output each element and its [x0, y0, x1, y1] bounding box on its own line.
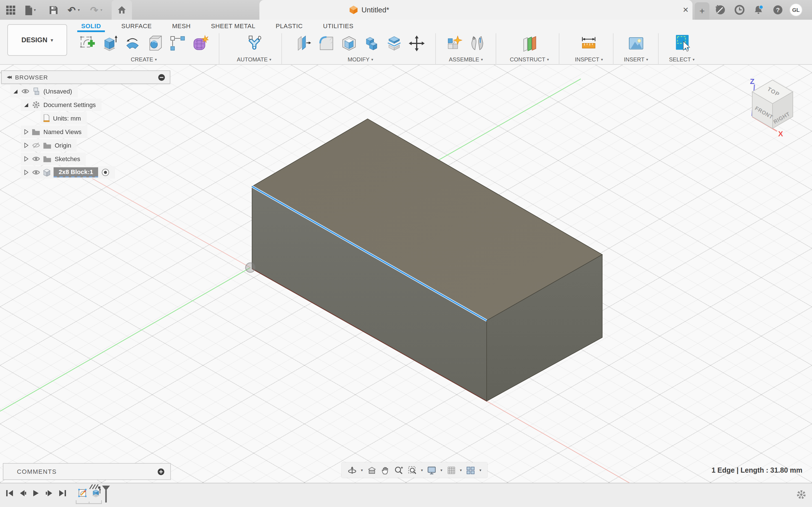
display-settings-caret[interactable]: ▾	[441, 468, 442, 472]
insert-group-label[interactable]: INSERT▾	[624, 56, 648, 62]
browser-item-origin[interactable]: Origin	[21, 139, 77, 152]
extensions-button[interactable]	[714, 3, 726, 16]
fillet-button[interactable]	[318, 34, 335, 53]
job-status-button[interactable]	[733, 3, 746, 16]
undo-caret[interactable]: ▾	[78, 8, 80, 12]
collapsed-arrow-icon[interactable]	[24, 170, 29, 175]
selected-body-label[interactable]: 2x8 Block:1	[54, 167, 98, 177]
timeline-sketch-feature[interactable]	[77, 487, 88, 499]
origin-marker[interactable]	[246, 263, 255, 272]
display-settings-icon[interactable]	[427, 466, 437, 474]
save-button[interactable]	[47, 4, 60, 16]
help-button[interactable]: ?	[771, 3, 784, 16]
visibility-eye-icon[interactable]	[32, 156, 40, 162]
browser-collapse-icon[interactable]: ◀◀	[7, 75, 11, 79]
browser-minimize-icon[interactable]	[157, 73, 166, 81]
grid-settings-caret[interactable]: ▾	[460, 468, 462, 472]
inspect-group-label[interactable]: INSPECT▾	[575, 56, 603, 62]
create-sketch-button[interactable]	[79, 34, 96, 53]
collapsed-arrow-icon[interactable]	[24, 143, 29, 148]
timeline-skip-start-button[interactable]	[4, 489, 15, 497]
browser-item-2x8-block[interactable]: 2x8 Block:1	[21, 166, 115, 179]
app-grid-button[interactable]	[4, 4, 17, 16]
expanded-arrow-icon[interactable]	[13, 89, 18, 94]
visibility-eye-icon[interactable]	[32, 170, 40, 175]
tab-sheet-metal[interactable]: SHEET METAL	[211, 21, 255, 31]
browser-item-units[interactable]: Units: mm	[41, 112, 87, 124]
modify-group-label[interactable]: MODIFY▾	[348, 56, 373, 62]
timeline-position-marker[interactable]	[101, 485, 110, 503]
automate-group-label[interactable]: AUTOMATE▾	[237, 56, 271, 62]
activate-component-radio[interactable]	[101, 168, 109, 176]
viewports-caret[interactable]: ▾	[479, 468, 481, 472]
notifications-button[interactable]	[752, 3, 765, 16]
move-copy-button[interactable]	[408, 34, 425, 53]
tab-surface[interactable]: SURFACE	[121, 21, 152, 31]
timeline-skip-end-button[interactable]	[57, 489, 67, 497]
construct-plane-button[interactable]	[521, 34, 538, 53]
create-form-button[interactable]	[192, 34, 209, 53]
view-cube[interactable]: TOP FRONT RIGHT Z X	[746, 76, 804, 138]
combine-button[interactable]	[363, 34, 380, 53]
redo-caret[interactable]: ▾	[100, 8, 102, 12]
redo-button[interactable]: ↷	[88, 4, 100, 16]
workspace-switcher[interactable]: DESIGN ▾	[7, 24, 67, 56]
tab-solid[interactable]: SOLID	[81, 21, 101, 31]
timeline-step-back-button[interactable]	[17, 489, 28, 497]
viewports-icon[interactable]	[466, 466, 475, 474]
document-tab[interactable]	[259, 0, 693, 20]
select-group-label[interactable]: SELECT▾	[669, 56, 695, 62]
look-at-icon[interactable]	[367, 466, 376, 474]
automate-button[interactable]	[246, 34, 262, 53]
collapsed-arrow-icon[interactable]	[24, 156, 29, 162]
insert-button[interactable]	[627, 34, 645, 53]
user-avatar[interactable]: GL	[790, 3, 802, 16]
home-view-button[interactable]	[112, 0, 132, 20]
window-zoom-caret[interactable]: ▾	[421, 468, 423, 472]
revolve-button[interactable]	[124, 34, 141, 53]
timeline-play-button[interactable]	[31, 489, 41, 497]
new-component-icon	[446, 35, 463, 52]
orbit-caret[interactable]: ▾	[361, 468, 363, 472]
pan-hand-icon[interactable]	[380, 466, 390, 474]
expanded-arrow-icon[interactable]	[24, 102, 29, 107]
select-button[interactable]	[673, 34, 690, 53]
visibility-eye-icon[interactable]	[21, 89, 29, 94]
measure-button[interactable]	[580, 34, 598, 53]
browser-item-named-views[interactable]: Named Views	[21, 126, 87, 138]
split-body-button[interactable]	[386, 34, 403, 53]
assemble-group-label[interactable]: ASSEMBLE▾	[449, 56, 483, 62]
close-tab-button[interactable]: ✕	[679, 0, 693, 20]
undo-button[interactable]: ↶	[65, 4, 78, 16]
window-zoom-icon[interactable]	[407, 466, 417, 474]
browser-item-unsaved[interactable]: (Unsaved)	[10, 85, 78, 98]
add-comment-icon[interactable]	[157, 467, 165, 476]
step-forward-icon	[45, 489, 53, 497]
new-component-button[interactable]	[446, 34, 463, 53]
construct-group-label[interactable]: CONSTRUCT▾	[510, 56, 549, 62]
shell-button[interactable]	[341, 34, 357, 53]
new-tab-button[interactable]: +	[695, 2, 709, 20]
grid-settings-icon[interactable]	[446, 466, 456, 474]
collapsed-arrow-icon[interactable]	[24, 129, 29, 135]
press-pull-button[interactable]	[296, 34, 312, 53]
browser-item-document-settings[interactable]: Document Settings	[21, 99, 101, 111]
zoom-icon[interactable]	[394, 466, 403, 474]
file-menu-button[interactable]	[22, 4, 35, 16]
timeline-step-forward-button[interactable]	[44, 489, 54, 497]
tab-utilities[interactable]: UTILITIES	[323, 21, 354, 31]
timeline-settings-button[interactable]	[796, 490, 806, 502]
browser-item-sketches[interactable]: Sketches	[21, 153, 86, 165]
comments-panel[interactable]: COMMENTS	[3, 463, 171, 480]
orbit-icon[interactable]	[347, 466, 357, 474]
tab-plastic[interactable]: PLASTIC	[276, 21, 303, 31]
visibility-off-eye-icon[interactable]	[32, 143, 40, 148]
viewport-canvas[interactable]	[0, 65, 812, 483]
file-menu-caret[interactable]: ▾	[34, 8, 36, 12]
create-group-label[interactable]: CREATE▾	[131, 56, 157, 62]
hole-button[interactable]	[147, 34, 163, 53]
tab-mesh[interactable]: MESH	[172, 21, 191, 31]
joint-button[interactable]	[469, 34, 486, 53]
extrude-button[interactable]	[101, 34, 118, 53]
pattern-button[interactable]	[169, 34, 186, 53]
